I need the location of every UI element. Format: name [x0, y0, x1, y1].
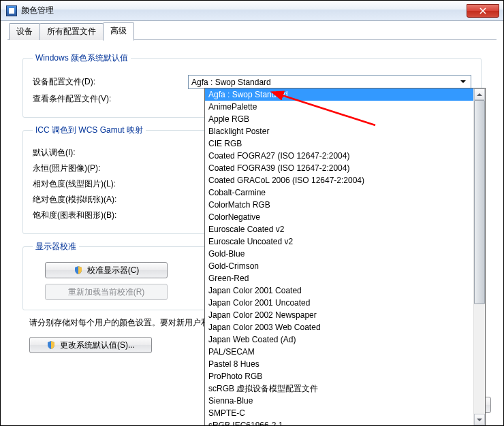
combo-device-profile-value: Agfa : Swop Standard [191, 78, 271, 87]
label-perm-photo: 永恒(照片图像)(P): [33, 163, 188, 174]
dropdown-item[interactable]: CIE RGB [205, 137, 473, 150]
dropdown-item[interactable]: Pastel 8 Hues [205, 358, 473, 370]
dropdown-scrollbar[interactable] [473, 88, 485, 425]
dropdown-item[interactable]: scRGB 虚拟设备模型配置文件 [205, 382, 473, 395]
dropdown-item[interactable]: Euroscale Coated v2 [205, 223, 473, 235]
dropdown-item[interactable]: Sienna-Blue [205, 395, 473, 407]
dropdown-item[interactable]: sRGB IEC61966-2.1 [205, 419, 473, 425]
label-default-rendering: 默认调色(I): [33, 147, 188, 159]
dropdown-item[interactable]: Cobalt-Carmine [205, 186, 473, 199]
label-viewing-conditions: 查看条件配置文件(V): [33, 93, 188, 105]
dropdown-item[interactable]: Green-Red [205, 272, 473, 284]
dropdown-item[interactable]: AnimePalette [205, 101, 473, 113]
tab-device[interactable]: 设备 [9, 23, 40, 40]
chevron-down-icon [458, 78, 468, 86]
change-system-defaults-button[interactable]: 更改系统默认值(S)... [29, 337, 152, 353]
tab-all-profiles[interactable]: 所有配置文件 [40, 23, 104, 40]
combo-device-profile[interactable]: Agfa : Swop Standard [188, 75, 471, 89]
change-system-defaults-label: 更改系统默认值(S)... [60, 340, 135, 351]
titlebar: 颜色管理 [1, 1, 503, 21]
dropdown-item[interactable]: Blacklight Poster [205, 125, 473, 137]
dropdown-item[interactable]: Apple RGB [205, 113, 473, 125]
calibrate-display-button[interactable]: 校准显示器(C) [45, 262, 168, 278]
shield-icon [46, 340, 56, 350]
label-rel-line: 相对色度(线型图片)(L): [33, 178, 188, 190]
dropdown-item[interactable]: ColorNegative [205, 211, 473, 223]
tab-advanced[interactable]: 高级 [103, 22, 134, 41]
dropdown-item[interactable]: Japan Color 2002 Newspaper [205, 309, 473, 321]
label-sat-chart: 饱和度(图表和图形)(B): [33, 210, 188, 221]
group-legend-windows-defaults: Windows 颜色系统默认值 [33, 52, 131, 64]
label-abs-paper: 绝对色度(模拟纸张)(A): [33, 194, 188, 206]
tab-strip: 设备 所有配置文件 高级 [1, 21, 503, 40]
dropdown-item[interactable]: Gold-Blue [205, 248, 473, 260]
dropdown-item[interactable]: Gold-Crimson [205, 260, 473, 272]
app-icon [6, 5, 17, 16]
dropdown-list[interactable]: Agfa : Swop StandardAnimePaletteApple RG… [204, 88, 486, 426]
dropdown-item[interactable]: Coated GRACoL 2006 (ISO 12647-2:2004) [205, 174, 473, 186]
dropdown-item[interactable]: SMPTE-C [205, 407, 473, 419]
group-legend-display-calibration: 显示器校准 [33, 241, 79, 252]
dropdown-item[interactable]: Coated FOGRA39 (ISO 12647-2:2004) [205, 162, 473, 174]
shield-icon [74, 265, 83, 275]
calibrate-display-label: 校准显示器(C) [87, 265, 140, 276]
label-device-profile: 设备配置文件(D): [33, 76, 188, 88]
dropdown-item[interactable]: Euroscale Uncoated v2 [205, 235, 473, 248]
scroll-up-button[interactable] [474, 88, 485, 100]
dropdown-item[interactable]: ProPhoto RGB [205, 370, 473, 382]
dropdown-item[interactable]: ColorMatch RGB [205, 199, 473, 211]
dropdown-item[interactable]: Japan Web Coated (Ad) [205, 333, 473, 346]
dropdown-item[interactable]: Japan Color 2001 Coated [205, 284, 473, 297]
dropdown-item[interactable]: Coated FOGRA27 (ISO 12647-2:2004) [205, 150, 473, 162]
scroll-track[interactable] [474, 100, 485, 414]
reload-calibration-button[interactable]: 重新加载当前校准(R) [45, 284, 168, 300]
dropdown-item[interactable]: Japan Color 2003 Web Coated [205, 321, 473, 333]
reload-calibration-label: 重新加载当前校准(R) [68, 286, 145, 298]
dropdown-item[interactable]: Japan Color 2001 Uncoated [205, 297, 473, 309]
group-legend-icc-wcs: ICC 调色到 WCS Gamut 映射 [33, 125, 146, 136]
close-button[interactable] [467, 4, 499, 18]
scroll-thumb[interactable] [474, 100, 485, 304]
scroll-down-button[interactable] [474, 414, 485, 425]
dropdown-item[interactable]: Agfa : Swop Standard [205, 88, 473, 101]
dropdown-item[interactable]: PAL/SECAM [205, 346, 473, 358]
dropdown-list-items: Agfa : Swop StandardAnimePaletteApple RG… [205, 88, 473, 425]
window-title: 颜色管理 [21, 5, 467, 16]
close-icon [479, 7, 486, 14]
